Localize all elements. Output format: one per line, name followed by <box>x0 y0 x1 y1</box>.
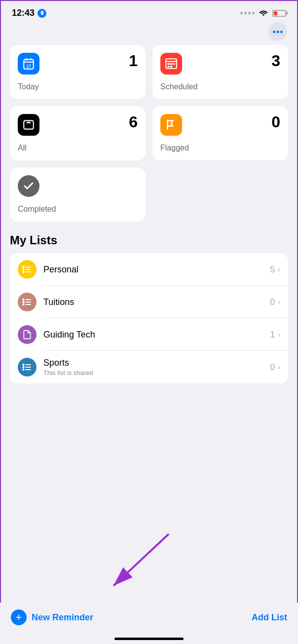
tuitions-name: Tuitions <box>43 297 270 307</box>
personal-info: Personal <box>43 265 270 275</box>
tuitions-right: 0 › <box>270 297 280 307</box>
list-item-guiding-tech[interactable]: Guiding Tech 1 › <box>10 318 288 351</box>
list-item-sports[interactable]: Sports This list is shared 0 › <box>10 351 288 383</box>
svg-point-22 <box>23 271 24 273</box>
svg-point-33 <box>23 367 24 368</box>
today-icon: 17 <box>18 53 39 75</box>
add-list-button[interactable]: Add List <box>252 612 287 623</box>
signal-icon <box>240 12 255 14</box>
svg-point-21 <box>23 269 24 270</box>
sports-info: Sports This list is shared <box>43 358 270 377</box>
all-card[interactable]: 6 All <box>10 106 146 160</box>
sports-right: 0 › <box>270 362 280 373</box>
guiding-tech-name: Guiding Tech <box>43 330 270 340</box>
svg-rect-14 <box>167 66 169 67</box>
svg-point-32 <box>23 364 24 366</box>
svg-point-0 <box>262 14 264 15</box>
flagged-label: Flagged <box>160 144 280 152</box>
all-icon <box>18 114 39 136</box>
wifi-icon <box>259 9 268 18</box>
tuitions-icon <box>18 293 37 311</box>
sports-icon <box>18 358 37 377</box>
tuitions-count: 0 <box>270 297 275 307</box>
new-reminder-button[interactable]: + New Reminder <box>11 609 93 625</box>
svg-point-28 <box>23 304 24 305</box>
flagged-card[interactable]: 0 Flagged <box>152 106 288 160</box>
guiding-tech-icon <box>18 325 37 344</box>
list-item-tuitions[interactable]: Tuitions 0 › <box>10 286 288 318</box>
today-label: Today <box>18 82 138 91</box>
svg-rect-15 <box>170 66 172 67</box>
guiding-tech-right: 1 › <box>270 330 280 340</box>
my-lists-title: My Lists <box>10 233 288 247</box>
tuitions-info: Tuitions <box>43 297 270 307</box>
completed-label: Completed <box>18 205 138 214</box>
svg-point-27 <box>23 302 24 303</box>
guiding-tech-chevron: › <box>278 331 280 339</box>
guiding-tech-info: Guiding Tech <box>43 330 270 340</box>
new-reminder-label: New Reminder <box>32 612 93 623</box>
svg-point-26 <box>23 299 24 301</box>
svg-point-1 <box>273 31 275 33</box>
scheduled-label: Scheduled <box>160 82 280 91</box>
sports-count: 0 <box>270 362 275 373</box>
battery-icon <box>272 10 286 17</box>
lists-container: Personal 5 › Tuitions <box>10 253 288 383</box>
plus-icon: + <box>11 609 27 625</box>
scheduled-count: 3 <box>271 53 280 69</box>
all-label: All <box>18 144 138 152</box>
scheduled-card[interactable]: 3 Scheduled <box>152 45 288 99</box>
status-right-icons <box>240 9 286 18</box>
personal-name: Personal <box>43 265 270 275</box>
home-indicator <box>114 638 184 640</box>
time-display: 12:43 <box>12 8 46 18</box>
flagged-count: 0 <box>271 114 280 130</box>
svg-rect-12 <box>170 63 172 65</box>
tuitions-chevron: › <box>278 298 280 306</box>
svg-rect-11 <box>167 63 169 65</box>
svg-rect-13 <box>173 63 175 65</box>
today-card[interactable]: 17 1 Today <box>10 45 146 99</box>
guiding-tech-count: 1 <box>270 330 275 340</box>
completed-row: Completed <box>1 167 297 222</box>
scheduled-icon <box>160 53 182 75</box>
personal-icon <box>18 260 37 279</box>
svg-text:17: 17 <box>26 64 31 69</box>
svg-point-3 <box>280 31 283 33</box>
svg-point-20 <box>23 266 24 268</box>
add-list-label: Add List <box>252 612 287 622</box>
svg-line-36 <box>113 534 169 586</box>
sports-chevron: › <box>278 363 280 371</box>
personal-right: 5 › <box>270 265 280 275</box>
flagged-icon <box>160 114 182 136</box>
my-lists-section: My Lists Personal 5 › <box>1 233 297 383</box>
all-count: 6 <box>129 114 138 130</box>
personal-count: 5 <box>270 265 275 275</box>
sports-subtitle: This list is shared <box>43 369 270 377</box>
clock: 12:43 <box>12 8 35 18</box>
completed-icon <box>18 175 39 197</box>
svg-point-34 <box>23 369 24 371</box>
personal-chevron: › <box>278 265 280 273</box>
more-button-row <box>1 22 297 45</box>
location-icon <box>37 9 46 18</box>
more-button[interactable] <box>268 22 287 41</box>
sports-name: Sports <box>43 358 270 368</box>
status-bar: 12:43 <box>1 1 297 22</box>
list-item-personal[interactable]: Personal 5 › <box>10 253 288 286</box>
smart-lists-grid: 17 1 Today 3 Scheduled <box>1 45 297 160</box>
completed-card[interactable]: Completed <box>10 167 146 222</box>
svg-point-2 <box>277 31 279 33</box>
today-count: 1 <box>129 53 138 69</box>
